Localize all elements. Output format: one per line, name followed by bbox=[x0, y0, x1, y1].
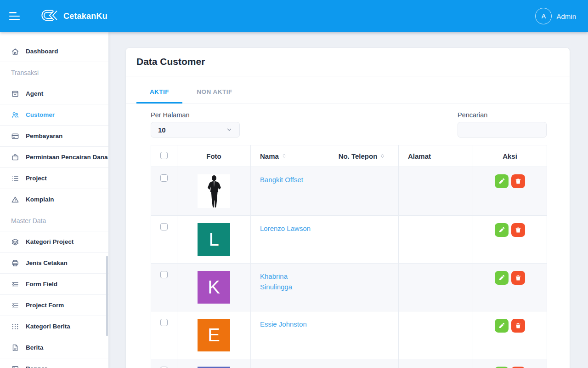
sidebar-item-kategori-berita[interactable]: Kategori Berita bbox=[0, 316, 108, 337]
sidebar-item-komplain[interactable]: Komplain bbox=[0, 189, 108, 210]
data-customer-card: Data Customer AKTIF NON AKTIF Per Halama… bbox=[126, 48, 570, 368]
table-row: K Khabrina Sinulingga bbox=[151, 264, 547, 311]
user-menu[interactable]: A Admin bbox=[535, 8, 576, 24]
customer-table: Foto Nama No. Telepon Alamat Aksi bbox=[151, 145, 547, 368]
search-control: Pencarian bbox=[458, 111, 547, 138]
sidebar-item-permintaan-pencairan-dana[interactable]: Permintaan Pencairan Dana bbox=[0, 147, 108, 168]
column-header-foto: Foto bbox=[177, 145, 251, 167]
telepon-cell bbox=[325, 359, 399, 368]
sidebar-item-berita[interactable]: Berita bbox=[0, 337, 108, 358]
sidebar-item-label: Berita bbox=[26, 344, 43, 351]
form-lines-icon bbox=[11, 280, 19, 288]
column-header-nama[interactable]: Nama bbox=[251, 145, 325, 167]
user-avatar: A bbox=[535, 8, 552, 24]
table-controls: Per Halaman 10 Pencarian bbox=[151, 111, 547, 138]
edit-button[interactable] bbox=[495, 271, 509, 285]
delete-button[interactable] bbox=[511, 319, 525, 333]
pencil-icon bbox=[498, 178, 505, 184]
sidebar-item-banner[interactable]: Banner bbox=[0, 358, 108, 368]
grid-dots-icon bbox=[11, 322, 19, 331]
letter-avatar: E bbox=[198, 319, 230, 351]
alamat-cell bbox=[399, 311, 473, 359]
table-row: R Rapillo bbox=[151, 359, 547, 368]
pencil-icon bbox=[498, 322, 505, 329]
row-checkbox[interactable] bbox=[160, 223, 168, 230]
app-root: CetakanKu A Admin Dashboard Transaksi Ag… bbox=[0, 0, 588, 368]
form-lines-icon bbox=[11, 301, 19, 310]
alamat-cell bbox=[399, 216, 473, 264]
user-name: Admin bbox=[556, 12, 576, 20]
file-icon bbox=[11, 344, 19, 352]
box-icon bbox=[11, 90, 19, 98]
telepon-cell bbox=[325, 167, 399, 216]
sidebar-item-label: Jenis Cetakan bbox=[26, 259, 68, 266]
sidebar-item-kategori-project[interactable]: Kategori Project bbox=[0, 231, 108, 253]
row-checkbox[interactable] bbox=[160, 174, 168, 182]
per-page-select[interactable]: 10 bbox=[151, 122, 240, 138]
sidebar-item-form-field[interactable]: Form Field bbox=[0, 274, 108, 295]
select-all-checkbox[interactable] bbox=[160, 152, 168, 159]
table-row: L Lorenzo Lawson bbox=[151, 216, 547, 264]
header-divider bbox=[31, 9, 31, 23]
briefcase-icon bbox=[11, 153, 19, 161]
telepon-cell bbox=[325, 216, 399, 264]
sidebar-item-label: Dashboard bbox=[26, 48, 58, 55]
per-page-control: Per Halaman 10 bbox=[151, 111, 240, 138]
page-title: Data Customer bbox=[136, 56, 559, 67]
sidebar-section-transaksi: Transaksi bbox=[0, 62, 108, 83]
sidebar-item-label: Kategori Berita bbox=[26, 323, 70, 330]
tab-aktif[interactable]: AKTIF bbox=[136, 76, 182, 104]
sidebar-item-jenis-cetakan[interactable]: Jenis Cetakan bbox=[0, 253, 108, 274]
hamburger-menu-icon[interactable] bbox=[9, 12, 21, 20]
telepon-cell bbox=[325, 311, 399, 359]
sidebar-item-dashboard[interactable]: Dashboard bbox=[0, 41, 108, 62]
alamat-cell bbox=[399, 264, 473, 311]
edit-button[interactable] bbox=[495, 174, 509, 188]
search-input[interactable] bbox=[458, 122, 547, 138]
sidebar-item-label: Pembayaran bbox=[26, 132, 62, 139]
sidebar-item-project[interactable]: Project bbox=[0, 168, 108, 189]
pencil-icon bbox=[498, 275, 505, 281]
sidebar-item-label: Form Field bbox=[26, 281, 57, 288]
alamat-cell bbox=[399, 167, 473, 216]
edit-button[interactable] bbox=[495, 223, 509, 237]
home-icon bbox=[11, 47, 19, 56]
tab-bar: AKTIF NON AKTIF bbox=[126, 76, 570, 104]
letter-avatar: K bbox=[198, 271, 230, 304]
sidebar-item-label: Permintaan Pencairan Dana bbox=[26, 154, 108, 161]
printer-icon bbox=[11, 259, 19, 267]
cetakanku-logo-icon bbox=[41, 8, 59, 24]
delete-button[interactable] bbox=[511, 271, 525, 285]
sidebar-item-project-form[interactable]: Project Form bbox=[0, 295, 108, 316]
sidebar-item-pembayaran[interactable]: Pembayaran bbox=[0, 126, 108, 147]
credit-card-icon bbox=[11, 132, 19, 140]
tab-non-aktif[interactable]: NON AKTIF bbox=[192, 76, 237, 104]
sidebar-item-label: Kategori Project bbox=[26, 238, 74, 245]
customer-name-link[interactable]: Lorenzo Lawson bbox=[260, 223, 311, 234]
telepon-cell bbox=[325, 264, 399, 311]
trash-icon bbox=[515, 178, 521, 184]
column-header-telepon[interactable]: No. Telepon bbox=[325, 145, 399, 167]
brand-logo[interactable]: CetakanKu bbox=[41, 8, 107, 24]
sort-icon bbox=[282, 153, 287, 159]
sidebar-item-agent[interactable]: Agent bbox=[0, 83, 108, 104]
customer-name-link[interactable]: Khabrina Sinulingga bbox=[260, 271, 320, 293]
alert-triangle-icon bbox=[11, 196, 19, 204]
customer-name-link[interactable]: Essie Johnston bbox=[260, 319, 307, 329]
alamat-cell bbox=[399, 359, 473, 368]
trash-icon bbox=[515, 227, 521, 233]
top-navbar: CetakanKu A Admin bbox=[0, 0, 588, 32]
row-checkbox[interactable] bbox=[160, 319, 168, 326]
chevron-down-icon bbox=[226, 126, 232, 133]
customer-name-link[interactable]: Bangkit Offset bbox=[260, 174, 303, 185]
sidebar-item-label: Komplain bbox=[26, 196, 54, 203]
delete-button[interactable] bbox=[511, 174, 525, 188]
sidebar-scrollbar[interactable] bbox=[106, 256, 108, 336]
edit-button[interactable] bbox=[495, 319, 509, 333]
sidebar-item-label: Project bbox=[26, 175, 47, 182]
tab-panel: Per Halaman 10 Pencarian bbox=[126, 111, 570, 368]
delete-button[interactable] bbox=[511, 223, 525, 237]
letter-avatar: L bbox=[198, 223, 230, 256]
row-checkbox[interactable] bbox=[160, 271, 168, 278]
sidebar-item-customer[interactable]: Customer bbox=[0, 104, 108, 126]
